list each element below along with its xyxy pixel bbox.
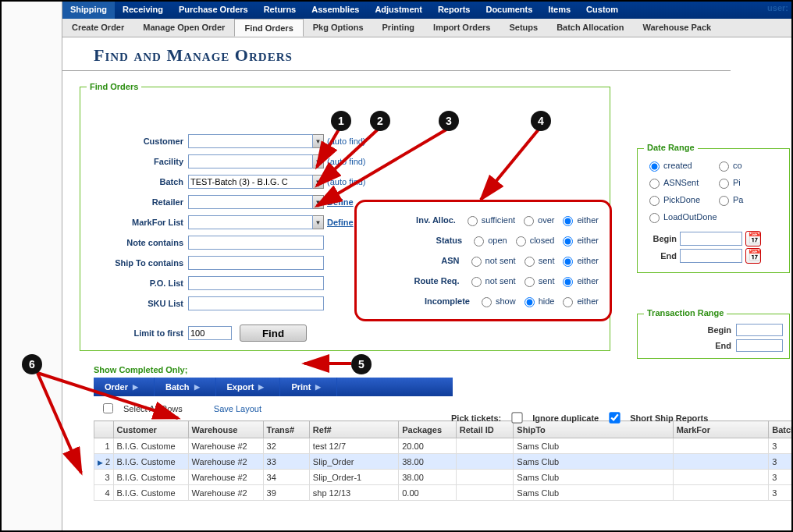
limit-input[interactable] — [188, 326, 232, 340]
customer-input[interactable] — [188, 134, 313, 148]
date-end-input[interactable] — [680, 249, 742, 263]
actionbar-export[interactable]: Export▶ — [216, 378, 281, 396]
col-Ref#[interactable]: Ref# — [309, 421, 398, 438]
sku-input[interactable] — [188, 296, 324, 310]
subnav-import-orders[interactable]: Import Orders — [424, 19, 500, 37]
shipto-input[interactable] — [188, 256, 324, 270]
page-title: Find and Manage Orders — [94, 45, 791, 66]
topnav-custom[interactable]: Custom — [578, 2, 626, 19]
top-nav: ShippingReceivingPurchase OrdersReturnsA… — [62, 2, 791, 19]
subnav-setups[interactable]: Setups — [500, 19, 547, 37]
subnav-pkg-options[interactable]: Pkg Options — [304, 19, 373, 37]
daterange-Pa[interactable]: Pa — [715, 193, 781, 206]
filter-status-closed[interactable]: closed — [512, 234, 555, 246]
batch-auto-find[interactable]: (auto find) — [327, 177, 366, 186]
filter-asn-sent[interactable]: sent — [521, 254, 555, 267]
ignore-duplicate-checkbox[interactable] — [512, 412, 523, 423]
facility-input[interactable] — [188, 154, 313, 168]
customer-dropdown[interactable]: ▼ — [313, 134, 324, 148]
filter-status-open[interactable]: open — [470, 234, 507, 246]
table-row[interactable]: 4B.I.G. CustomeWarehouse #239shp 12/130.… — [94, 485, 794, 501]
actionbar-order[interactable]: Order▶ — [94, 378, 155, 396]
date-range-fieldset: Date Range createdcoASNSentPiPickDonePaL… — [637, 148, 790, 273]
subnav-find-orders[interactable]: Find Orders — [234, 19, 303, 37]
actionbar-print[interactable]: Print▶ — [280, 378, 337, 396]
markfor-dropdown[interactable]: ▼ — [313, 215, 324, 229]
col-Customer[interactable]: Customer — [113, 421, 188, 438]
filter-route-not-sent[interactable]: not sent — [468, 275, 516, 287]
select-all-checkbox[interactable] — [103, 403, 113, 413]
daterange-co[interactable]: co — [715, 159, 781, 172]
pick-tickets-area: Pick tickets: Ignore duplicate Short Shi… — [451, 410, 708, 425]
actionbar-batch[interactable]: Batch▶ — [155, 378, 216, 396]
filter-route-sent[interactable]: sent — [521, 275, 555, 287]
filter-inv_alloc-either[interactable]: either — [559, 214, 599, 226]
filter-incomplete-either[interactable]: either — [559, 295, 599, 307]
topnav-assemblies[interactable]: Assemblies — [304, 2, 367, 19]
find-button[interactable]: Find — [240, 325, 307, 342]
tx-begin-input[interactable] — [736, 324, 783, 336]
daterange-ASNSent[interactable]: ASNSent — [645, 176, 712, 189]
retailer-dropdown[interactable]: ▼ — [313, 195, 324, 209]
subnav-warehouse-pack[interactable]: Warehouse Pack — [634, 19, 721, 37]
left-pane — [2, 2, 62, 530]
topnav-returns[interactable]: Returns — [256, 2, 304, 19]
sku-label: SKU List — [87, 299, 188, 308]
topnav-documents[interactable]: Documents — [478, 2, 540, 19]
col-rownum[interactable] — [94, 421, 114, 438]
filter-route-either[interactable]: either — [559, 275, 599, 287]
date-begin-input[interactable] — [680, 232, 742, 246]
note-input[interactable] — [188, 236, 324, 250]
topnav-reports[interactable]: Reports — [430, 2, 478, 19]
filter-asn-either[interactable]: either — [559, 254, 599, 267]
topnav-purchase-orders[interactable]: Purchase Orders — [171, 2, 256, 19]
action-bar: Order▶Batch▶Export▶Print▶ — [94, 378, 453, 396]
batch-dropdown[interactable]: ▼ — [313, 175, 324, 189]
table-row[interactable]: 3B.I.G. CustomeWarehouse #234Slip_Order-… — [94, 470, 794, 485]
divider — [62, 70, 731, 71]
filter-inv_alloc-sufficient[interactable]: sufficient — [464, 214, 515, 226]
filter-incomplete-hide[interactable]: hide — [521, 295, 555, 307]
tx-end-input[interactable] — [736, 339, 783, 352]
daterange-Pi[interactable]: Pi — [715, 176, 781, 189]
callout-6: 6 — [22, 354, 42, 374]
subnav-create-order[interactable]: Create Order — [62, 19, 133, 37]
col-Packages[interactable]: Packages — [399, 421, 457, 438]
subnav-printing[interactable]: Printing — [373, 19, 425, 37]
topnav-receiving[interactable]: Receiving — [115, 2, 171, 19]
limit-label: Limit to first — [87, 328, 188, 338]
col-BatchID[interactable]: BatchID — [769, 421, 793, 438]
filter-inv_alloc-over[interactable]: over — [520, 214, 554, 226]
filter-incomplete-show[interactable]: show — [478, 295, 516, 307]
daterange-created[interactable]: created — [645, 159, 712, 172]
daterange-PickDone[interactable]: PickDone — [645, 193, 712, 206]
customer-label: Customer — [87, 137, 188, 146]
retailer-input[interactable] — [188, 195, 313, 209]
markfor-input[interactable] — [188, 215, 313, 229]
facility-dropdown[interactable]: ▼ — [313, 154, 324, 168]
calendar-icon[interactable] — [745, 248, 761, 264]
markfor-define[interactable]: Define — [327, 218, 354, 227]
filter-box: Inv. Alloc.sufficientovereitherStatusope… — [354, 200, 612, 321]
save-layout-link[interactable]: Save Layout — [214, 404, 261, 413]
table-row[interactable]: ▶ 2B.I.G. CustomeWarehouse #233Slip_Orde… — [94, 454, 794, 470]
filter-asn-not-sent[interactable]: not sent — [468, 254, 516, 267]
table-row[interactable]: 1B.I.G. CustomeWarehouse #232test 12/720… — [94, 438, 794, 454]
topnav-items[interactable]: Items — [540, 2, 578, 19]
topnav-adjustment[interactable]: Adjustment — [367, 2, 430, 19]
po-input[interactable] — [188, 276, 324, 290]
retailer-define[interactable]: Define — [327, 197, 354, 207]
topnav-shipping[interactable]: Shipping — [62, 2, 115, 19]
short-ship-checkbox[interactable] — [610, 412, 621, 423]
filter-status-either[interactable]: either — [559, 234, 599, 246]
calendar-icon[interactable] — [745, 231, 761, 246]
col-Trans#[interactable]: Trans# — [263, 421, 309, 438]
col-Warehouse[interactable]: Warehouse — [188, 421, 263, 438]
daterange-LoadOutDone[interactable]: LoadOutDone — [645, 211, 717, 223]
batch-input[interactable] — [188, 175, 313, 189]
subnav-manage-open-order[interactable]: Manage Open Order — [133, 19, 234, 37]
short-ship-label: Short Ship Reports — [630, 413, 708, 423]
subnav-batch-allocation[interactable]: Batch Allocation — [547, 19, 633, 37]
customer-auto-find[interactable]: (auto find) — [327, 137, 366, 146]
facility-auto-find[interactable]: (auto find) — [327, 157, 366, 166]
